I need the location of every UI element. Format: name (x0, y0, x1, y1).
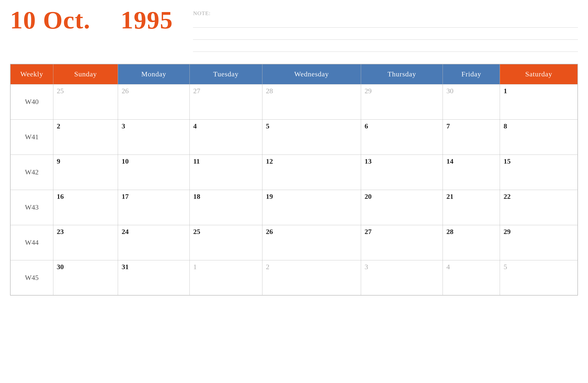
day-cell: 28 (262, 84, 361, 119)
day-number: 19 (266, 193, 273, 200)
day-number: 2 (57, 122, 60, 130)
note-line-2 (193, 32, 578, 40)
day-cell: 27 (361, 225, 443, 260)
page-header: 10 Oct. 1995 NOTE: (10, 8, 578, 56)
day-cell: 2 (262, 260, 361, 295)
day-number: 4 (446, 263, 450, 271)
table-row: W429101112131415 (10, 155, 578, 190)
day-number: 2 (266, 263, 269, 271)
note-line-3 (193, 44, 578, 52)
day-number: 11 (193, 157, 200, 165)
table-row: W4423242526272829 (10, 225, 578, 260)
day-number: 4 (193, 122, 197, 130)
day-number: 7 (446, 122, 450, 130)
day-number: 20 (365, 193, 372, 200)
day-number: 22 (503, 193, 511, 200)
day-cell: 5 (500, 260, 578, 295)
day-cell: 25 (189, 225, 262, 260)
day-cell: 4 (443, 260, 500, 295)
day-cell: 9 (53, 155, 118, 190)
day-cell: 24 (118, 225, 189, 260)
header-date: 10 Oct. 1995 (10, 8, 173, 33)
day-cell: 22 (500, 190, 578, 225)
day-number: 3 (365, 263, 368, 271)
week-label-w44: W44 (10, 225, 53, 260)
day-cell: 5 (262, 119, 361, 155)
table-row: W45303112345 (10, 260, 578, 295)
day-cell: 20 (361, 190, 443, 225)
day-number: 13 (365, 157, 372, 165)
day-cell: 3 (361, 260, 443, 295)
day-number: 25 (57, 87, 64, 95)
day-number: 28 (266, 87, 273, 95)
day-number: 1 (193, 263, 197, 271)
day-cell: 13 (361, 155, 443, 190)
col-header-friday: Friday (443, 64, 500, 84)
calendar-table: WeeklySundayMondayTuesdayWednesdayThursd… (10, 64, 578, 296)
day-cell: 3 (118, 119, 189, 155)
col-header-weekly: Weekly (10, 64, 53, 84)
day-number: 3 (122, 122, 125, 130)
day-number: 30 (446, 87, 453, 95)
day-cell: 28 (443, 225, 500, 260)
day-cell: 8 (500, 119, 578, 155)
day-cell: 2 (53, 119, 118, 155)
day-number: 29 (503, 228, 511, 235)
col-header-saturday: Saturday (500, 64, 578, 84)
day-cell: 4 (189, 119, 262, 155)
day-cell: 26 (262, 225, 361, 260)
day-number: 27 (193, 87, 200, 95)
day-cell: 23 (53, 225, 118, 260)
day-cell: 30 (443, 84, 500, 119)
day-number: 27 (365, 228, 372, 235)
week-label-w40: W40 (10, 84, 53, 119)
day-number: 23 (57, 228, 64, 235)
col-header-thursday: Thursday (361, 64, 443, 84)
day-cell: 31 (118, 260, 189, 295)
day-number: 21 (446, 193, 453, 200)
day-cell: 7 (443, 119, 500, 155)
month-title: 10 Oct. (10, 8, 90, 33)
day-cell: 12 (262, 155, 361, 190)
day-number: 5 (266, 122, 269, 130)
year-title: 1995 (121, 8, 173, 33)
day-cell: 26 (118, 84, 189, 119)
table-row: W412345678 (10, 119, 578, 155)
week-label-w45: W45 (10, 260, 53, 295)
day-cell: 27 (189, 84, 262, 119)
day-number: 1 (503, 87, 507, 95)
day-number: 14 (446, 157, 453, 165)
day-cell: 25 (53, 84, 118, 119)
day-number: 28 (446, 228, 453, 235)
day-cell: 6 (361, 119, 443, 155)
day-number: 9 (57, 157, 60, 165)
day-number: 5 (503, 263, 507, 271)
day-cell: 30 (53, 260, 118, 295)
table-row: W4316171819202122 (10, 190, 578, 225)
day-number: 24 (122, 228, 129, 235)
col-header-wednesday: Wednesday (262, 64, 361, 84)
day-cell: 18 (189, 190, 262, 225)
note-label: NOTE: (193, 10, 578, 17)
col-header-tuesday: Tuesday (189, 64, 262, 84)
calendar-header: WeeklySundayMondayTuesdayWednesdayThursd… (10, 64, 578, 84)
day-cell: 14 (443, 155, 500, 190)
table-row: W402526272829301 (10, 84, 578, 119)
day-cell: 19 (262, 190, 361, 225)
week-label-w42: W42 (10, 155, 53, 190)
week-label-w43: W43 (10, 190, 53, 225)
day-number: 29 (365, 87, 372, 95)
col-header-monday: Monday (118, 64, 189, 84)
day-number: 12 (266, 157, 273, 165)
day-number: 17 (122, 193, 129, 200)
day-number: 15 (503, 157, 511, 165)
col-header-sunday: Sunday (53, 64, 118, 84)
day-number: 26 (122, 87, 129, 95)
note-section: NOTE: (193, 8, 578, 56)
day-cell: 15 (500, 155, 578, 190)
day-number: 31 (122, 263, 129, 271)
note-line-1 (193, 20, 578, 28)
day-number: 18 (193, 193, 200, 200)
calendar-body: W402526272829301W412345678W4291011121314… (10, 84, 578, 295)
day-cell: 10 (118, 155, 189, 190)
